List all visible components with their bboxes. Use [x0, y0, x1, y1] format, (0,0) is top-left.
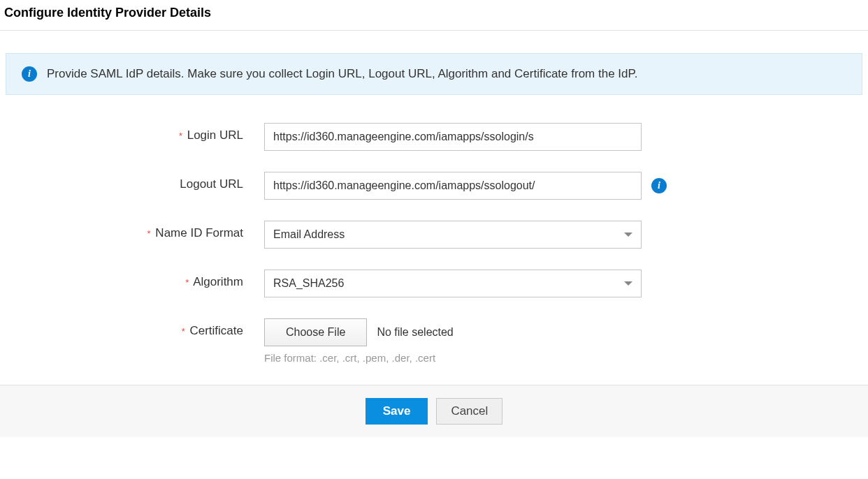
field-logout-url: Logout URL i	[6, 172, 862, 200]
cancel-button[interactable]: Cancel	[436, 398, 502, 425]
choose-file-button[interactable]: Choose File	[264, 318, 367, 346]
chevron-down-icon	[624, 281, 632, 286]
algorithm-value: RSA_SHA256	[273, 277, 344, 290]
footer-bar: Save Cancel	[0, 385, 868, 437]
name-id-format-label: * Name ID Format	[6, 221, 264, 240]
login-url-input[interactable]	[264, 123, 642, 151]
required-mark-icon: *	[179, 131, 182, 141]
algorithm-label: * Algorithm	[6, 270, 264, 289]
info-banner: i Provide SAML IdP details. Make sure yo…	[6, 53, 862, 95]
field-certificate: * Certificate Choose File No file select…	[6, 318, 862, 346]
required-mark-icon: *	[185, 277, 189, 288]
algorithm-select[interactable]: RSA_SHA256	[264, 270, 642, 297]
name-id-format-value: Email Address	[273, 228, 345, 241]
login-url-label: * Login URL	[6, 123, 264, 142]
required-mark-icon: *	[182, 326, 185, 337]
info-banner-text: Provide SAML IdP details. Make sure you …	[47, 67, 637, 81]
required-mark-icon: *	[147, 228, 151, 239]
logout-url-help-icon[interactable]: i	[651, 178, 667, 193]
field-name-id-format: * Name ID Format Email Address	[6, 221, 862, 249]
certificate-file-status: No file selected	[377, 326, 453, 339]
field-login-url: * Login URL	[6, 123, 862, 151]
chevron-down-icon	[624, 233, 632, 237]
certificate-label: * Certificate	[6, 318, 264, 338]
page-title: Configure Identity Provider Details	[0, 0, 868, 31]
info-icon: i	[22, 66, 37, 82]
logout-url-input[interactable]	[264, 172, 642, 200]
logout-url-label: Logout URL	[6, 172, 264, 191]
field-algorithm: * Algorithm RSA_SHA256	[6, 270, 862, 297]
certificate-hint: File format: .cer, .crt, .pem, .der, .ce…	[264, 352, 435, 364]
name-id-format-select[interactable]: Email Address	[264, 221, 642, 249]
form-body: * Login URL Logout URL i * Name ID Forma…	[6, 123, 862, 385]
save-button[interactable]: Save	[366, 398, 428, 425]
